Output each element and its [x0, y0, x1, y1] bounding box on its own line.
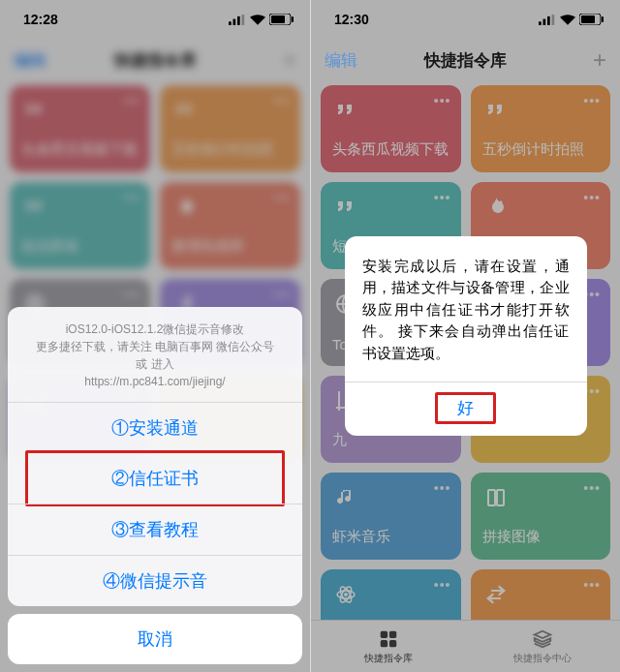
phone-right: 12:30 编辑 快捷指令库 + •••头条西瓜视频下载•••五秒倒计时拍照••…: [310, 0, 620, 672]
action-sheet: iOS12.0-iOS12.1.2微信提示音修改 更多捷径下载，请关注 电脑百事…: [8, 307, 302, 664]
sheet-option-tutorial[interactable]: ③查看教程: [8, 504, 302, 555]
sheet-option-wechat-sound[interactable]: ④微信提示音: [8, 555, 302, 606]
phone-left: 12:28 编辑 快捷指令库 + •••头条西瓜视频下载•••五秒倒计时拍照••…: [0, 0, 310, 672]
sheet-header: iOS12.0-iOS12.1.2微信提示音修改 更多捷径下载，请关注 电脑百事…: [8, 307, 302, 402]
sheet-line1: iOS12.0-iOS12.1.2微信提示音修改: [29, 321, 281, 338]
dim-overlay[interactable]: 安装完成以后，请在设置，通用，描述文件与设备管理，企业级应用中信任证书才能打开软…: [311, 0, 620, 672]
sheet-cancel[interactable]: 取消: [8, 614, 302, 664]
sheet-option-install[interactable]: ①安装通道: [8, 402, 302, 453]
sheet-option-trust-cert[interactable]: ②信任证书: [25, 450, 285, 506]
sheet-line3: https://m.pc841.com/jiejing/: [29, 373, 281, 390]
sheet-line2: 更多捷径下载，请关注 电脑百事网 微信公众号 或 进入: [29, 338, 281, 373]
alert-ok-button[interactable]: 好: [435, 392, 496, 424]
alert-message: 安装完成以后，请在设置，通用，描述文件与设备管理，企业级应用中信任证书才能打开软…: [345, 236, 587, 382]
edit-button[interactable]: 编辑: [325, 49, 357, 72]
alert-dialog: 安装完成以后，请在设置，通用，描述文件与设备管理，企业级应用中信任证书才能打开软…: [345, 236, 587, 436]
